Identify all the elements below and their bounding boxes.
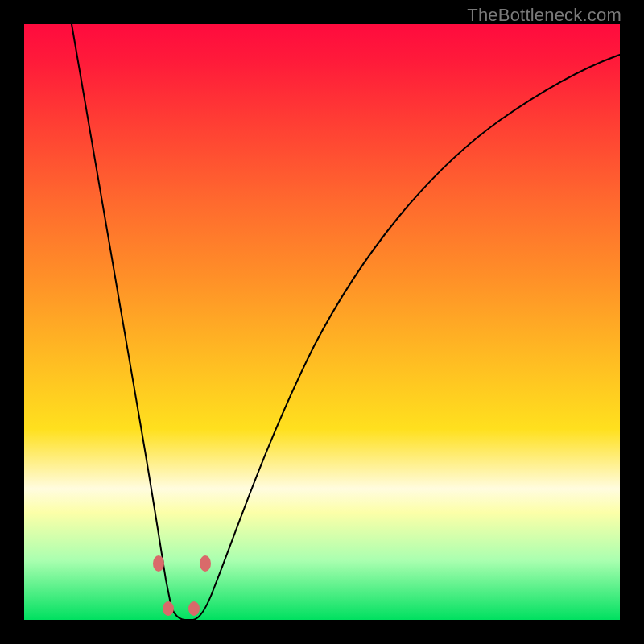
bottleneck-curve <box>72 24 620 620</box>
chart-frame: TheBottleneck.com <box>0 0 644 644</box>
marker-dot <box>163 601 174 616</box>
watermark-text: TheBottleneck.com <box>467 5 621 26</box>
marker-dot <box>200 555 211 572</box>
marker-dot <box>153 555 164 572</box>
marker-dot <box>188 601 200 616</box>
curve-svg <box>24 24 620 620</box>
plot-area <box>24 24 620 620</box>
